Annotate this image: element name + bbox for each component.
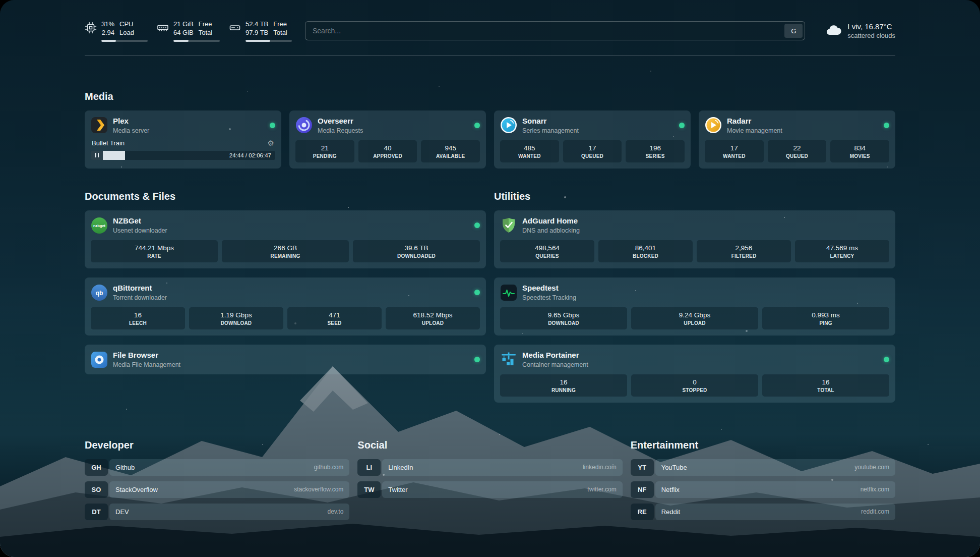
weather-location: Lviv, 16.87°C [847,22,895,31]
stats-row: 16 RUNNING 0 STOPPED 16 TOTAL [500,374,889,397]
stat: 485 WANTED [500,140,559,162]
stat-label: STOPPED [633,387,756,393]
stat-label: QUERIES [502,253,592,259]
bookmark-domain: stackoverflow.com [294,486,343,493]
stat: 471 SEED [287,307,382,329]
stat: 16 LEECH [91,307,185,329]
service-card-overseerr[interactable]: Overseerr Media Requests 21 PENDING 40 A… [289,110,486,169]
playback-progress-track: 24:44 / 02:06:47 [91,151,275,160]
memory-progress-track [173,40,220,42]
service-name: Plex [113,117,149,126]
bookmark-abbr: NF [631,481,654,498]
service-card-nzbget[interactable]: nzbget NZBGet Usenet downloader 744.21 M… [85,210,486,268]
memory-total-label: Total [199,29,212,37]
memory-icon [157,22,169,34]
documents-column: Documents & Files nzbget NZBGet [85,183,486,403]
stat-label: DOWNLOADED [355,253,478,259]
disk-data: 52.4 TB 97.9 TB Free Total [246,20,292,42]
service-card-speedtest[interactable]: Speedtest Speedtest Tracking 9.65 Gbps D… [494,277,895,336]
stat: 618.52 Mbps UPLOAD [386,307,480,329]
gear-icon[interactable]: ⚙ [268,139,274,147]
media-section-heading: Media [85,91,895,102]
stat-value: 21 [297,144,352,152]
bookmark-name: LinkedIn [388,464,413,471]
service-name: qBittorrent [113,284,167,293]
bookmark-youtube[interactable]: YT YouTube youtube.com [631,459,895,476]
bookmark-abbr: TW [357,481,381,498]
search-input[interactable] [305,21,805,40]
cpu-widget: 31% 2.94 CPU Load [85,20,148,42]
service-subtitle: Series management [522,127,579,134]
bookmark-twitter[interactable]: TW Twitter twitter.com [357,481,622,498]
disk-widget: 52.4 TB 97.9 TB Free Total [229,20,292,42]
disk-icon [229,22,241,34]
stat: 16 TOTAL [762,374,889,397]
social-heading: Social [357,439,622,451]
stat-value: 86,401 [600,244,691,252]
bookmark-abbr: SO [85,481,108,498]
bookmark-github[interactable]: GH Github github.com [85,459,349,476]
service-card-sonarr[interactable]: Sonarr Series management 485 WANTED 17 Q… [494,110,691,169]
stats-row: 21 PENDING 40 APPROVED 945 AVAILABLE [295,140,480,162]
cpu-icon [85,22,97,34]
top-bar: 31% 2.94 CPU Load [85,20,895,42]
stat-value: 16 [764,378,887,386]
service-card-radarr[interactable]: Radarr Movie management 17 WANTED 22 QUE… [699,110,895,169]
service-card-plex[interactable]: Plex Media server Bullet Train ⚙ 24:44 /… [85,110,281,169]
documents-section-heading: Documents & Files [85,191,486,202]
stat-value: 39.6 TB [355,244,478,252]
memory-progress-fill [173,40,189,42]
stat-value: 834 [832,144,887,152]
service-card-portainer[interactable]: Media Portainer Container management 16 … [494,345,895,403]
stat-label: SERIES [628,153,683,159]
stat: 945 AVAILABLE [421,140,480,162]
bookmark-netflix[interactable]: NF Netflix netflix.com [631,481,895,498]
radarr-icon [705,117,722,134]
service-name: AdGuard Home [522,216,580,226]
stat: 17 WANTED [705,140,764,162]
stat-label: WANTED [502,153,557,159]
stat-value: 17 [565,144,620,152]
bookmarks-area: Developer GH Github github.com SO StackO… [85,431,895,520]
cpu-data: 31% 2.94 CPU Load [101,20,148,42]
playback-progress-fill [103,151,125,160]
snow-particles [0,0,1,1]
stat-label: WANTED [707,153,762,159]
service-card-qbittorrent[interactable]: qb qBittorrent Torrent downloader 16 [85,277,486,336]
media-grid: Plex Media server Bullet Train ⚙ 24:44 /… [85,110,895,169]
search-provider-button[interactable]: G [784,24,803,38]
memory-total-value: 64 GiB [173,29,194,37]
bookmark-group-entertainment: Entertainment YT YouTube youtube.com NF … [631,431,895,520]
stat-value: 945 [423,144,478,152]
playback-time: 24:44 / 02:06:47 [229,151,271,160]
status-dot [474,290,480,295]
pause-button[interactable] [91,151,103,160]
weather-text: Lviv, 16.87°C scattered clouds [847,22,895,39]
bookmark-reddit[interactable]: RE Reddit reddit.com [631,504,895,520]
stat-label: UPLOAD [388,320,478,326]
stat-label: UPLOAD [633,320,756,326]
bookmark-group-social: Social LI LinkedIn linkedin.com TW Twitt… [357,431,622,498]
bookmark-domain: youtube.com [854,464,889,471]
plex-icon [91,117,108,134]
bookmark-dev[interactable]: DT DEV dev.to [85,504,349,520]
stat-label: QUEUED [565,153,620,159]
service-card-filebrowser[interactable]: File Browser Media File Management [85,345,486,374]
status-dot [270,123,275,128]
stat-value: 0.993 ms [764,311,887,319]
stat: 22 QUEUED [768,140,827,162]
service-card-adguard[interactable]: AdGuard Home DNS and adblocking 498,564 … [494,210,895,268]
stat-value: 485 [502,144,557,152]
bookmark-stackoverflow[interactable]: SO StackOverflow stackoverflow.com [85,481,349,498]
status-dot [884,123,889,128]
stat: 17 QUEUED [563,140,622,162]
memory-free-value: 21 GiB [173,20,194,29]
service-name: Speedtest [522,284,576,293]
stat-label: PING [764,320,887,326]
qbittorrent-icon: qb [91,284,108,301]
service-subtitle: Media server [113,127,149,134]
stat-value: 16 [502,378,625,386]
bookmark-linkedin[interactable]: LI LinkedIn linkedin.com [357,459,622,476]
service-subtitle: DNS and adblocking [522,227,580,234]
stat-label: QUEUED [770,153,825,159]
